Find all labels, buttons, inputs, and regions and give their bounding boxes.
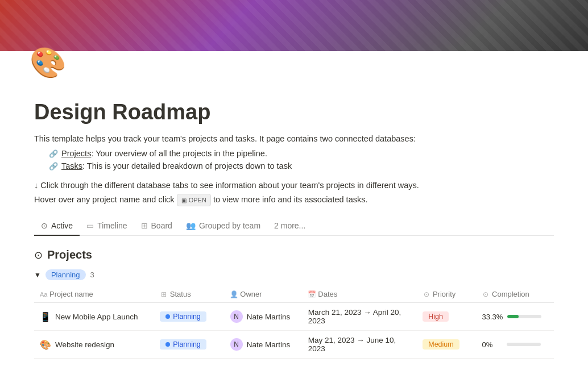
completion-pct: 0% xyxy=(482,340,502,349)
completion-col-icon: ⊙ xyxy=(482,290,490,298)
cell-dates: May 21, 2023 → June 10, 2023 xyxy=(303,331,417,359)
tab-board[interactable]: ⊞ Board xyxy=(134,217,179,236)
projects-table: Aa Project name ⊞ Status 👤 Owner 📅 Dates xyxy=(34,286,554,359)
page-description: This template helps you track your team'… xyxy=(34,132,554,145)
status-col-icon: ⊞ xyxy=(160,290,168,298)
cell-priority: Medium xyxy=(417,331,476,359)
timeline-tab-icon: ▭ xyxy=(86,221,94,230)
board-tab-label: Board xyxy=(151,221,172,230)
progress-bar-wrap xyxy=(507,343,541,346)
completion-pct: 33.3% xyxy=(482,313,503,321)
status-dot xyxy=(165,342,170,347)
owner-cell: N Nate Martins xyxy=(230,310,297,323)
cell-priority: High xyxy=(417,303,476,331)
th-name: Aa Project name xyxy=(34,286,154,303)
progress-bar-wrap xyxy=(507,315,541,318)
feature-item-tasks: 🔗 Tasks: This is your detailed breakdown… xyxy=(49,161,554,170)
projects-link-icon: 🔗 xyxy=(49,149,58,158)
cell-status: Planning xyxy=(154,331,225,359)
status-badge: Planning xyxy=(160,339,206,350)
more-tab-label: 2 more... xyxy=(274,221,305,230)
page-title: Design Roadmap xyxy=(34,100,554,124)
group-tag[interactable]: Planning xyxy=(45,269,86,280)
hint-line3: to view more info and its associated tas… xyxy=(213,195,368,204)
section-icon: ⊙ xyxy=(34,249,43,261)
th-completion: ⊙ Completion xyxy=(476,286,554,303)
tab-active[interactable]: ⊙ Active xyxy=(34,217,80,236)
progress-bar-fill xyxy=(507,315,519,318)
section-title: Projects xyxy=(47,248,92,261)
dates-text: May 21, 2023 → June 10, 2023 xyxy=(308,336,396,353)
priority-badge: High xyxy=(423,311,449,322)
cell-dates: March 21, 2023 → April 20, 2023 xyxy=(303,303,417,331)
owner-name: Nate Martins xyxy=(247,313,291,321)
table-row: 🎨 Website redesign Planning N Nate Marti… xyxy=(34,331,554,359)
status-badge: Planning xyxy=(160,311,206,322)
hint-text: ↓ Click through the different database t… xyxy=(34,178,554,206)
active-tab-label: Active xyxy=(51,221,73,230)
project-emoji: 🎨 xyxy=(40,339,51,350)
group-row: ▼ Planning 3 xyxy=(34,269,554,280)
banner-overlay xyxy=(0,0,588,51)
th-priority-label: Priority xyxy=(433,290,456,298)
feature-list: 🔗 Projects: Your overview of all the pro… xyxy=(34,149,554,170)
cell-owner: N Nate Martins xyxy=(225,303,303,331)
priority-badge: Medium xyxy=(423,339,459,350)
avatar: N xyxy=(230,310,243,323)
th-owner-label: Owner xyxy=(240,290,262,298)
projects-section: ⊙ Projects ▼ Planning 3 Aa Project name … xyxy=(34,248,554,359)
tasks-link[interactable]: Tasks xyxy=(61,161,82,170)
group-toggle[interactable]: ▼ xyxy=(34,271,41,279)
th-dates-label: Dates xyxy=(318,290,337,298)
cell-completion: 33.3% xyxy=(476,303,554,331)
tasks-link-icon: 🔗 xyxy=(49,162,58,170)
owner-cell: N Nate Martins xyxy=(230,338,297,351)
status-text: Planning xyxy=(173,313,201,321)
progress-container: 33.3% xyxy=(482,313,548,321)
th-owner: 👤 Owner xyxy=(225,286,303,303)
dates-col-icon: 📅 xyxy=(308,290,316,298)
active-tab-icon: ⊙ xyxy=(41,221,48,230)
group-count: 3 xyxy=(90,271,94,279)
cell-name: 🎨 Website redesign xyxy=(34,331,154,359)
page-icon: 🎨 xyxy=(30,45,67,80)
th-completion-label: Completion xyxy=(492,290,529,298)
project-name-cell: 🎨 Website redesign xyxy=(40,339,148,350)
cell-completion: 0% xyxy=(476,331,554,359)
dates-text: March 21, 2023 → April 20, 2023 xyxy=(308,308,401,325)
th-status-label: Status xyxy=(170,290,191,298)
hint-line2: Hover over any project name and click xyxy=(34,195,175,204)
grouped-tab-icon: 👥 xyxy=(186,221,196,230)
th-dates: 📅 Dates xyxy=(303,286,417,303)
grouped-tab-label: Grouped by team xyxy=(199,221,260,230)
project-name-cell: 📱 New Mobile App Launch xyxy=(40,311,148,322)
open-badge: ▣ OPEN xyxy=(177,194,211,207)
cell-name: 📱 New Mobile App Launch xyxy=(34,303,154,331)
status-dot xyxy=(165,314,170,319)
avatar: N xyxy=(230,338,243,351)
owner-col-icon: 👤 xyxy=(230,290,238,298)
projects-link[interactable]: Projects xyxy=(61,149,91,158)
feature-item-projects: 🔗 Projects: Your overview of all the pro… xyxy=(49,149,554,158)
tab-more[interactable]: 2 more... xyxy=(267,217,312,236)
project-emoji: 📱 xyxy=(40,311,51,322)
tab-grouped[interactable]: 👥 Grouped by team xyxy=(179,217,267,236)
project-name-text[interactable]: New Mobile App Launch xyxy=(55,313,138,321)
section-header: ⊙ Projects xyxy=(34,248,554,261)
table-header-row: Aa Project name ⊞ Status 👤 Owner 📅 Dates xyxy=(34,286,554,303)
tab-timeline[interactable]: ▭ Timeline xyxy=(80,217,134,236)
board-tab-icon: ⊞ xyxy=(141,221,148,230)
table-row: 📱 New Mobile App Launch Planning N Nate … xyxy=(34,303,554,331)
hint-line1: ↓ Click through the different database t… xyxy=(34,181,419,190)
th-priority: ⊙ Priority xyxy=(417,286,476,303)
tabs-bar: ⊙ Active ▭ Timeline ⊞ Board 👥 Grouped by… xyxy=(34,217,554,236)
timeline-tab-label: Timeline xyxy=(97,221,127,230)
page-banner xyxy=(0,0,588,51)
open-badge-text: OPEN xyxy=(189,195,206,206)
priority-col-icon: ⊙ xyxy=(423,290,430,298)
projects-desc: : Your overview of all the projects in t… xyxy=(91,149,267,158)
cell-owner: N Nate Martins xyxy=(225,331,303,359)
progress-container: 0% xyxy=(482,340,548,349)
project-name-text[interactable]: Website redesign xyxy=(55,340,114,349)
th-name-label: Project name xyxy=(49,290,93,298)
